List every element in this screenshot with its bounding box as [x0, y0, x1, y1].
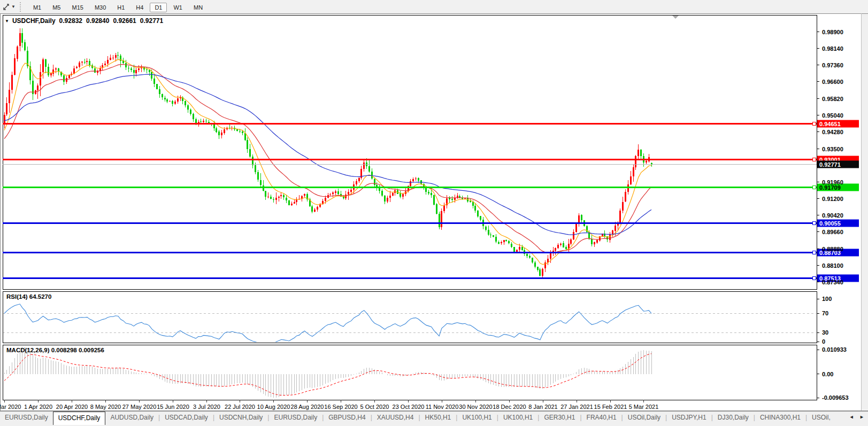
date-tick-label: 16 Sep 2020: [324, 404, 357, 410]
date-tick-label: 8 May 2020: [90, 404, 121, 410]
tab-usdchf-daily[interactable]: USDCHF,Daily: [53, 412, 106, 425]
timeframe-buttons: M1M5M15M30H1H4D1W1MN: [28, 2, 209, 12]
rsi-label: RSI(14) 64.5270: [6, 293, 51, 300]
rsi-tick-label: 70: [822, 310, 828, 316]
tab-usoil[interactable]: USOil,: [807, 412, 835, 424]
symbol-tab-bar: EURUSD,DailyUSDCHF,DailyAUDUSD,Daily|USD…: [0, 411, 868, 426]
date-tick-label: 11 Nov 2020: [426, 404, 459, 410]
price-badge: 0.90055: [819, 220, 841, 227]
timeframe-button-MN[interactable]: MN: [189, 3, 208, 12]
price-badge: 0.92771: [819, 161, 841, 168]
price-tick-label: 0.87340: [822, 279, 843, 285]
price-tick-label: 0.88100: [822, 262, 843, 269]
toolbar-dropdown-caret-icon[interactable]: ▼: [11, 4, 16, 9]
timeframe-button-H1[interactable]: H1: [112, 3, 129, 12]
date-tick-label: 15 Jun 2020: [157, 404, 189, 410]
tab-usoil-daily[interactable]: USOil,Daily: [623, 412, 665, 424]
price-tick-label: 0.91960: [822, 179, 843, 185]
tab-eurusd-daily[interactable]: EURUSD,Daily: [269, 412, 322, 424]
price-tick-label: 0.91200: [822, 196, 843, 202]
timeframe-toolbar: ▼ M1M5M15M30H1H4D1W1MN: [0, 0, 868, 13]
timeframe-button-W1[interactable]: W1: [168, 3, 187, 12]
date-tick-label: 27 Jan 2021: [560, 404, 593, 410]
date-tick-label: 5 Mar 2021: [629, 404, 659, 410]
right-scroll-strip[interactable]: [861, 14, 868, 410]
ohlc-low: 0.92661: [113, 17, 136, 25]
tab-usdcnh-daily[interactable]: USDCNH,Daily: [214, 412, 267, 424]
toolbar-grip: [20, 2, 24, 12]
chart-title: USDCHF,Daily: [12, 17, 56, 25]
chart-canvas[interactable]: 0.946510.930010.927710.917090.900550.887…: [0, 0, 868, 426]
date-tick-label: 23 Oct 2020: [393, 404, 425, 410]
macd-tick-label: -0.009653: [822, 394, 849, 401]
macd-tick-label: 0.010933: [822, 346, 847, 353]
date-tick-label: 15 Feb 2021: [594, 404, 627, 410]
tab-dj30-daily[interactable]: DJ30,Daily: [713, 412, 754, 424]
tab-scroll-left-icon[interactable]: ◄: [849, 414, 856, 420]
level-anchor-square[interactable]: [812, 251, 816, 254]
level-anchor-square[interactable]: [812, 122, 816, 126]
chart-title-row: ▼USDCHF,Daily0.928320.928400.926610.9277…: [5, 17, 163, 25]
date-tick-label: 10 Aug 2020: [257, 404, 290, 410]
price-tick-label: 0.88880: [822, 246, 843, 252]
price-tick-label: 0.89660: [822, 229, 843, 235]
tab-gbpusd-h4[interactable]: GBPUSD,H4: [324, 412, 370, 424]
timeframe-button-M30[interactable]: M30: [90, 3, 111, 12]
tab-uk100-h1[interactable]: UK100,H1: [498, 412, 537, 424]
date-tick-label: 3 Jul 2020: [193, 404, 220, 410]
date-tick-label: 28 Aug 2020: [291, 404, 324, 410]
price-tick-label: 0.98140: [822, 45, 843, 52]
ohlc-high: 0.92840: [86, 17, 109, 25]
timeframe-button-M15[interactable]: M15: [67, 3, 88, 12]
date-tick-label: 8 Jan 2021: [528, 404, 557, 410]
tab-eurusd-daily[interactable]: EURUSD,Daily: [0, 412, 53, 424]
tab-scroll-right-icon[interactable]: ►: [859, 414, 866, 420]
tab-audusd-daily[interactable]: AUDUSD,Daily: [105, 412, 158, 424]
tab-fra40-h1[interactable]: FRA40,H1: [582, 412, 621, 424]
date-tick-label: 30 Nov 2020: [459, 404, 492, 410]
symbol-dropdown-caret-icon[interactable]: ▼: [5, 19, 9, 24]
tab-china300-h1[interactable]: CHINA300,H1: [755, 412, 805, 424]
level-anchor-square[interactable]: [812, 158, 816, 161]
level-anchor-square[interactable]: [812, 186, 816, 189]
rsi-tick-label: 100: [822, 296, 832, 302]
date-tick-label: 22 Jul 2020: [225, 404, 255, 410]
tab-usdcad-daily[interactable]: USDCAD,Daily: [160, 412, 213, 424]
macd-label: MACD(12,26,9) 0.008298 0.009256: [6, 347, 104, 353]
price-tick-label: 0.96600: [822, 79, 843, 85]
tab-usdjpy-h1[interactable]: USDJPY,H1: [667, 412, 711, 424]
date-tick-label: 18 Dec 2020: [493, 404, 526, 410]
timeframe-button-M5[interactable]: M5: [48, 3, 65, 12]
price-tick-label: 0.97360: [822, 62, 843, 68]
price-tick-label: 0.98900: [822, 29, 843, 35]
price-tick-label: 0.94280: [822, 129, 843, 135]
level-anchor-square[interactable]: [812, 222, 816, 225]
tab-hk50-h1[interactable]: HK50,H1: [420, 412, 456, 424]
tab-uk100-h1[interactable]: UK100,H1: [457, 412, 496, 424]
date-tick-label: 5 Oct 2020: [360, 404, 389, 410]
tab-xauusd-h4[interactable]: XAUUSD,H4: [372, 412, 419, 424]
crosshair-cursor-icon[interactable]: [2, 3, 11, 11]
price-tick-label: 0.95820: [822, 96, 843, 102]
date-tick-label: 27 May 2020: [122, 404, 157, 410]
rsi-tick-label: 30: [822, 329, 828, 336]
ohlc-open: 0.92832: [59, 17, 82, 25]
timeframe-button-H4[interactable]: H4: [131, 3, 148, 12]
ohlc-close: 0.92771: [140, 17, 163, 25]
price-tick-label: 0.95040: [822, 112, 843, 119]
price-badge: 0.94651: [819, 121, 841, 127]
macd-tick-label: 0.00: [822, 371, 833, 377]
rsi-tick-label: 0: [822, 338, 825, 345]
date-tick-label: 20 Apr 2020: [56, 404, 88, 410]
date-tick-label: 13 Mar 2020: [0, 404, 21, 410]
price-tick-label: 0.93500: [822, 146, 843, 152]
timeframe-button-D1[interactable]: D1: [150, 3, 167, 12]
level-anchor-square[interactable]: [812, 277, 816, 280]
tab-ger30-h1[interactable]: GER30,H1: [539, 412, 580, 424]
timeframe-button-M1[interactable]: M1: [28, 3, 46, 12]
price-tick-label: 0.90420: [822, 212, 843, 219]
date-tick-label: 1 Apr 2020: [24, 404, 52, 410]
